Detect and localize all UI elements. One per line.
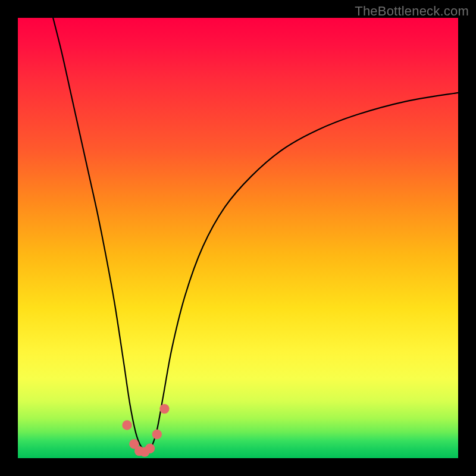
watermark-text: TheBottleneck.com	[355, 4, 469, 19]
chart-area	[18, 18, 458, 458]
curve-marker	[159, 404, 169, 414]
bottleneck-curve-svg	[18, 18, 458, 458]
curve-marker	[145, 444, 155, 453]
curve-markers	[122, 404, 169, 457]
curve-marker	[152, 430, 162, 439]
curve-marker	[122, 420, 131, 430]
bottleneck-curve-path	[53, 18, 458, 451]
